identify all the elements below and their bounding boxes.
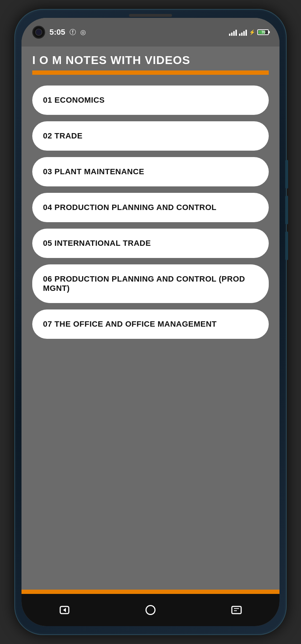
power-button[interactable] [285,231,288,260]
menu-item-3[interactable]: 03 PLANT MAINTENANCE [32,157,269,186]
phone-screen: 5:05 ⓕ ◎ ⚡ [22,18,280,626]
signal-bars-2 [239,29,247,36]
menu-item-2[interactable]: 02 TRADE [32,121,269,151]
bottom-nav [22,594,280,626]
menu-item-label-3: 03 PLANT MAINTENANCE [43,167,144,176]
volume-up-button[interactable] [285,160,288,189]
menu-item-label-1: 01 ECONOMICS [43,96,105,105]
bar1b [239,34,240,36]
back-icon [59,605,70,615]
back-nav-button[interactable] [55,600,75,620]
menu-list: 01 ECONOMICS02 TRADE03 PLANT MAINTENANCE… [22,78,280,590]
top-notch [129,14,172,17]
menu-item-label-5: 05 INTERNATIONAL TRADE [43,239,151,248]
home-nav-button[interactable] [141,600,161,620]
menu-item-label-4: 04 PRODUCTION PLANNING AND CONTROL [43,203,216,212]
radio-icon: ◎ [80,28,86,36]
menu-item-6[interactable]: 06 PRODUCTION PLANNING AND CONTROL (PROD… [32,264,269,303]
orange-divider-bottom [22,590,280,594]
battery-text: 70 [258,30,268,34]
front-camera [32,26,45,39]
recent-icon [231,605,242,615]
menu-item-label-2: 02 TRADE [43,131,82,141]
status-bar: 5:05 ⓕ ◎ ⚡ [22,18,280,47]
charging-icon: ⚡ [249,29,255,35]
svg-rect-1 [232,606,241,614]
menu-item-1[interactable]: 01 ECONOMICS [32,86,269,115]
battery-indicator: 70 [257,29,269,35]
status-right: ⚡ 70 [229,29,269,36]
recent-nav-button[interactable] [227,600,247,620]
bar4 [235,30,237,36]
bar3 [233,31,235,36]
facebook-icon: ⓕ [70,28,76,36]
bar2b [241,33,243,36]
status-left: 5:05 ⓕ ◎ [32,26,86,39]
app-title: I O M NOTES WITH VIDEOS [32,54,269,67]
menu-item-4[interactable]: 04 PRODUCTION PLANNING AND CONTROL [32,193,269,222]
menu-item-7[interactable]: 07 THE OFFICE AND OFFICE MANAGEMENT [32,309,269,339]
bar3b [243,31,245,36]
bar4b [245,30,247,36]
signal-bars [229,29,237,36]
menu-item-label-6: 06 PRODUCTION PLANNING AND CONTROL (PROD… [43,274,258,293]
menu-item-label-7: 07 THE OFFICE AND OFFICE MANAGEMENT [43,319,217,329]
clock: 5:05 [49,28,65,37]
bar2 [231,33,233,36]
app-header: I O M NOTES WITH VIDEOS [22,47,280,78]
orange-divider-top [32,70,269,75]
app-content: I O M NOTES WITH VIDEOS 01 ECONOMICS02 T… [22,47,280,594]
phone-frame: 5:05 ⓕ ◎ ⚡ [14,9,287,635]
bar1 [229,34,230,36]
home-circle-icon [145,605,156,615]
volume-down-button[interactable] [285,196,288,224]
menu-item-5[interactable]: 05 INTERNATIONAL TRADE [32,229,269,258]
